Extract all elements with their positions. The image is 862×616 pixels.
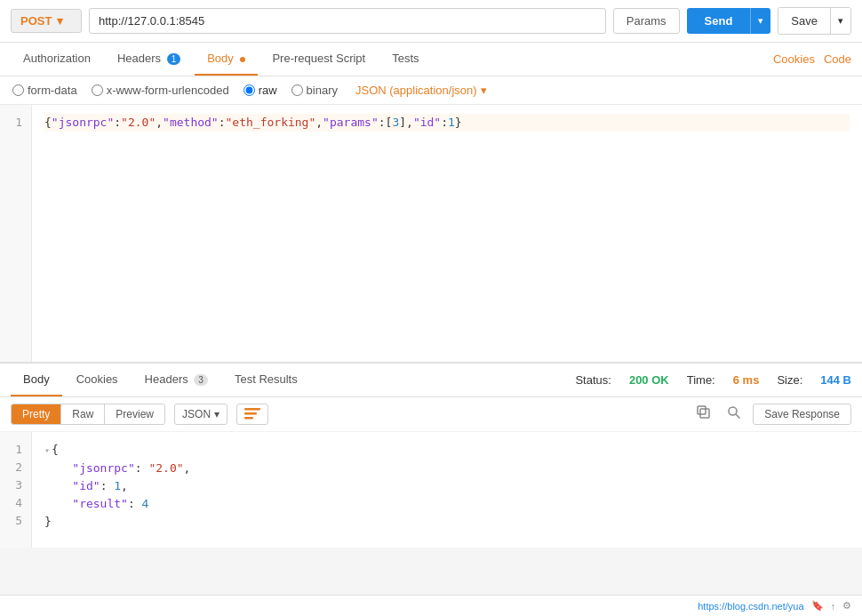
tab-tests[interactable]: Tests xyxy=(379,43,431,76)
code-link[interactable]: Code xyxy=(824,52,851,66)
response-status: Status: 200 OK Time: 6 ms Size: 144 B xyxy=(575,373,851,387)
resp-line-num-1: 1 xyxy=(9,441,22,459)
resp-line-4: "result": 4 xyxy=(44,495,850,513)
tab-prerequest[interactable]: Pre-request Script xyxy=(259,43,378,76)
request-line-numbers: 1 xyxy=(0,105,32,362)
response-json-select[interactable]: JSON ▾ xyxy=(174,404,227,425)
raw-option[interactable]: raw xyxy=(243,84,277,97)
resp-line-num-2: 2 xyxy=(9,459,22,476)
save-dropdown-button[interactable]: ▾ xyxy=(830,8,850,34)
body-options: form-data x-www-form-urlencoded raw bina… xyxy=(0,76,862,105)
binary-option[interactable]: binary xyxy=(291,84,338,97)
svg-rect-2 xyxy=(244,417,253,420)
response-json-label: JSON xyxy=(182,408,211,420)
raw-btn[interactable]: Raw xyxy=(61,404,105,424)
headers-badge: 1 xyxy=(167,53,181,65)
urlencoded-option[interactable]: x-www-form-urlencoded xyxy=(92,84,229,97)
svg-rect-4 xyxy=(698,406,706,414)
size-label: Size: xyxy=(777,373,802,387)
copy-button[interactable] xyxy=(692,403,715,426)
url-input[interactable] xyxy=(89,8,606,34)
request-code-content[interactable]: {"jsonrpc":"2.0","method":"eth_forking",… xyxy=(32,105,862,362)
format-btn-group: Pretty Raw Preview xyxy=(11,404,165,425)
params-button[interactable]: Params xyxy=(613,8,680,34)
response-code-content[interactable]: ▾{ "jsonrpc": "2.0", "id": 1, "result": … xyxy=(32,432,862,548)
response-toolbar: Pretty Raw Preview JSON ▾ xyxy=(0,397,862,432)
save-response-button[interactable]: Save Response xyxy=(753,404,851,425)
status-value: 200 OK xyxy=(629,373,669,387)
time-label: Time: xyxy=(687,373,715,387)
status-label: Status: xyxy=(575,373,611,387)
response-header: Body Cookies Headers 3 Test Results Stat… xyxy=(0,364,862,397)
resp-tab-body[interactable]: Body xyxy=(11,364,62,396)
svg-rect-1 xyxy=(244,412,257,415)
resp-line-5: } xyxy=(44,513,850,531)
body-dot xyxy=(240,57,245,62)
svg-point-5 xyxy=(729,407,737,415)
sort-icon-button[interactable] xyxy=(236,404,268,425)
cookies-link[interactable]: Cookies xyxy=(773,52,815,66)
search-button[interactable] xyxy=(722,403,746,426)
method-select[interactable]: POST ▾ xyxy=(11,9,82,33)
resp-tab-cookies[interactable]: Cookies xyxy=(64,364,131,396)
json-format-select[interactable]: JSON (application/json) ▾ xyxy=(355,84,487,97)
svg-line-6 xyxy=(736,414,740,419)
send-dropdown-button[interactable]: ▾ xyxy=(750,8,770,34)
size-value: 144 B xyxy=(820,373,851,387)
req-tabs-right: Cookies Code xyxy=(773,52,851,66)
expand-icon-1[interactable]: ▾ xyxy=(44,445,50,455)
send-btn-group: Send ▾ xyxy=(687,8,771,34)
save-btn-group: Save ▾ xyxy=(778,7,851,35)
resp-line-num-5: 5 xyxy=(9,512,22,530)
search-icon xyxy=(727,405,741,420)
json-format-chevron: ▾ xyxy=(481,84,487,97)
method-dropdown-icon: ▾ xyxy=(57,14,63,28)
time-value: 6 ms xyxy=(733,373,760,387)
svg-rect-0 xyxy=(244,408,260,411)
request-tabs: Authorization Headers 1 Body Pre-request… xyxy=(0,43,862,76)
resp-line-num-3: 3 xyxy=(9,476,22,494)
tab-headers[interactable]: Headers 1 xyxy=(105,43,193,76)
resp-tools-right: Save Response xyxy=(692,403,851,426)
resp-line-3: "id": 1, xyxy=(44,477,850,495)
pretty-btn[interactable]: Pretty xyxy=(12,404,61,424)
top-bar: POST ▾ Params Send ▾ Save ▾ xyxy=(0,0,862,43)
tab-authorization[interactable]: Authorization xyxy=(11,43,103,76)
sort-icon xyxy=(244,408,260,420)
resp-line-2: "jsonrpc": "2.0", xyxy=(44,460,850,477)
resp-line-1: ▾{ xyxy=(44,441,850,460)
copy-icon xyxy=(697,405,711,420)
preview-btn[interactable]: Preview xyxy=(105,404,164,424)
line-number-1: 1 xyxy=(9,114,22,132)
resp-tab-test-results[interactable]: Test Results xyxy=(222,364,310,396)
send-button[interactable]: Send xyxy=(687,8,751,34)
save-button[interactable]: Save xyxy=(778,8,830,34)
response-code-editor: 1 2 3 4 5 ▾{ "jsonrpc": "2.0", "id": 1, … xyxy=(0,432,862,548)
resp-tab-headers[interactable]: Headers 3 xyxy=(132,364,220,396)
response-json-chevron: ▾ xyxy=(214,408,219,420)
json-format-label: JSON (application/json) xyxy=(355,84,477,97)
form-data-option[interactable]: form-data xyxy=(12,84,77,97)
resp-line-num-4: 4 xyxy=(9,494,22,512)
response-section: Body Cookies Headers 3 Test Results Stat… xyxy=(0,363,862,548)
svg-rect-3 xyxy=(700,409,709,418)
tab-body[interactable]: Body xyxy=(195,43,258,76)
method-label: POST xyxy=(20,14,52,28)
request-code-line1[interactable]: {"jsonrpc":"2.0","method":"eth_forking",… xyxy=(44,114,850,132)
request-code-editor: 1 {"jsonrpc":"2.0","method":"eth_forking… xyxy=(0,105,862,363)
response-line-numbers: 1 2 3 4 5 xyxy=(0,432,32,548)
resp-headers-badge: 3 xyxy=(194,374,208,386)
